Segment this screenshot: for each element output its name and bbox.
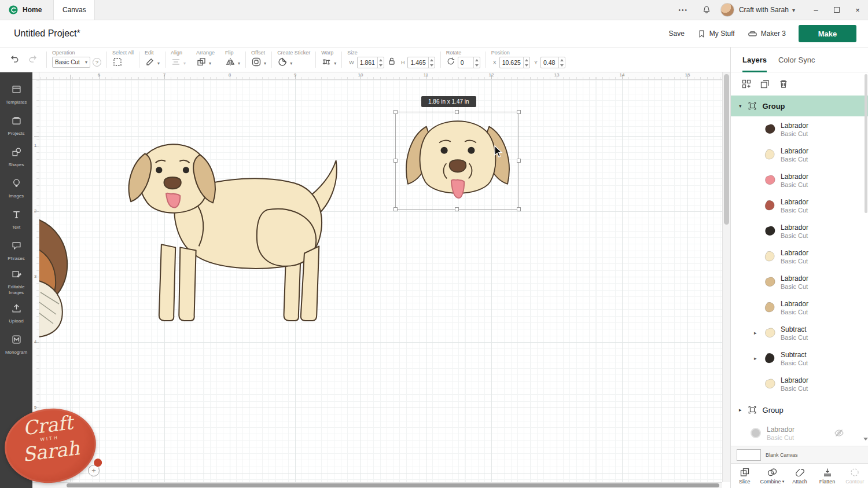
combine-button[interactable]: Combine▾: [759, 464, 786, 488]
resize-handle-w[interactable]: [393, 159, 398, 163]
layer-row-labrador[interactable]: Labrador Basic Cut: [731, 371, 868, 397]
x-position-field[interactable]: 10.625: [499, 57, 530, 68]
canvas-tab[interactable]: Canvas: [53, 0, 95, 20]
height-stepper[interactable]: [428, 57, 435, 68]
resize-handle-nw[interactable]: [393, 110, 398, 114]
offset-button[interactable]: [251, 57, 262, 69]
tab-color-sync[interactable]: Color Sync: [778, 47, 815, 72]
resize-handle-ne[interactable]: [517, 110, 521, 114]
operation-select[interactable]: Basic Cut ▾: [52, 57, 90, 68]
sidebar-item-editable-images[interactable]: Editable Images: [0, 266, 32, 298]
sidebar-item-projects[interactable]: Projects: [0, 110, 32, 141]
sidebar-item-templates[interactable]: Templates: [0, 79, 32, 110]
account-avatar[interactable]: [720, 3, 734, 17]
size-lock-icon[interactable]: [388, 57, 396, 68]
resize-handle-sw[interactable]: [393, 207, 398, 211]
save-button[interactable]: Save: [668, 30, 684, 38]
notifications-bell-icon[interactable]: [696, 5, 717, 14]
layer-row-labrador[interactable]: Labrador Basic Cut: [731, 269, 868, 295]
window-close-button[interactable]: ×: [847, 0, 868, 20]
rotate-stepper[interactable]: [473, 57, 480, 68]
home-tab[interactable]: Home: [0, 0, 53, 20]
chevron-right-icon[interactable]: ▸: [754, 330, 757, 336]
canvas-horizontal-scrollbar[interactable]: [32, 482, 722, 488]
edit-pencil-button[interactable]: [145, 57, 155, 69]
attach-button[interactable]: Attach: [786, 464, 814, 488]
delete-icon[interactable]: [778, 79, 789, 89]
panel-scroll-thumb[interactable]: [865, 74, 867, 213]
sidebar-item-phrases[interactable]: Phrases: [0, 235, 32, 266]
my-stuff-button[interactable]: My Stuff: [697, 30, 735, 38]
sidebar-item-upload[interactable]: Upload: [0, 298, 32, 329]
sidebar-item-text[interactable]: Text: [0, 204, 32, 235]
resize-handle-s[interactable]: [455, 207, 459, 211]
partial-artwork[interactable]: [39, 211, 78, 344]
resize-handle-e[interactable]: [517, 159, 521, 163]
redo-button[interactable]: [28, 54, 38, 65]
height-field[interactable]: 1.465: [407, 57, 435, 68]
width-field[interactable]: 1.861: [357, 57, 384, 68]
chevron-right-icon[interactable]: ▸: [739, 407, 742, 413]
operation-help-button[interactable]: ?: [93, 58, 101, 67]
align-button[interactable]: [171, 57, 181, 69]
window-maximize-button[interactable]: [826, 0, 847, 20]
sidebar-item-monogram[interactable]: Monogram: [0, 329, 32, 360]
visibility-off-icon[interactable]: [834, 428, 844, 438]
width-stepper[interactable]: [377, 57, 384, 68]
horizontal-scroll-thumb[interactable]: [67, 483, 719, 487]
layer-row-labrador[interactable]: Labrador Basic Cut: [731, 116, 868, 142]
chevron-down-icon[interactable]: ▾: [209, 61, 211, 66]
panel-scroll-down-arrow[interactable]: [863, 438, 868, 441]
x-stepper[interactable]: [523, 57, 529, 68]
layer-group-header[interactable]: ▾ Group: [731, 96, 868, 116]
tab-layers[interactable]: Layers: [742, 47, 767, 72]
rotate-icon[interactable]: [446, 57, 455, 68]
chevron-down-icon[interactable]: ▾: [792, 7, 795, 13]
layer-row-labrador[interactable]: Labrador Basic Cut: [731, 193, 868, 218]
layer-row-subtract[interactable]: ▸ Subtract Basic Cut: [731, 346, 868, 371]
layer-row-subtract[interactable]: ▸ Subtract Basic Cut: [731, 320, 868, 346]
chevron-down-icon[interactable]: ▾: [183, 61, 186, 66]
warp-button[interactable]: [321, 57, 332, 69]
rotate-field[interactable]: 0: [458, 57, 480, 68]
flip-button[interactable]: [225, 57, 236, 69]
sidebar-item-shapes[interactable]: Shapes: [0, 141, 32, 173]
chevron-down-icon[interactable]: ▾: [238, 61, 240, 66]
chevron-down-icon[interactable]: ▾: [157, 61, 160, 66]
y-stepper[interactable]: [558, 57, 565, 68]
chevron-down-icon[interactable]: ▾: [334, 61, 336, 66]
chevron-down-icon[interactable]: ▾: [739, 103, 742, 109]
make-button[interactable]: Make: [799, 25, 856, 42]
select-all-button[interactable]: [112, 57, 123, 69]
window-minimize-button[interactable]: –: [806, 0, 826, 20]
undo-button[interactable]: [9, 54, 20, 65]
create-sticker-button[interactable]: [277, 57, 288, 69]
account-name[interactable]: Craft with Sarah: [739, 6, 789, 14]
slice-button[interactable]: Slice: [731, 464, 759, 488]
sync-layers-icon[interactable]: [741, 79, 752, 89]
chevron-down-icon[interactable]: ▾: [290, 61, 292, 66]
layer-row-labrador[interactable]: Labrador Basic Cut: [731, 244, 868, 269]
canvas-vertical-scrollbar[interactable]: [722, 72, 730, 482]
canvas-area[interactable]: 6789101112131415 123456: [32, 72, 730, 488]
resize-handle-n[interactable]: [455, 110, 459, 114]
layer-row-labrador[interactable]: Labrador Basic Cut: [731, 218, 868, 244]
more-menu-button[interactable]: •••: [670, 7, 696, 13]
y-position-field[interactable]: 0.48: [540, 57, 565, 68]
arrange-button[interactable]: [196, 57, 207, 69]
flatten-button[interactable]: Flatten: [814, 464, 841, 488]
selected-object-labrador-head[interactable]: [395, 112, 519, 210]
labrador-body-artwork[interactable]: [119, 129, 354, 333]
vertical-scroll-thumb[interactable]: [724, 74, 729, 225]
chevron-down-icon[interactable]: ▾: [264, 61, 266, 66]
collapsed-group-row[interactable]: ▸ Group: [731, 401, 868, 419]
chevron-right-icon[interactable]: ▸: [754, 355, 757, 361]
duplicate-icon[interactable]: [760, 79, 770, 89]
layer-row-labrador[interactable]: Labrador Basic Cut: [731, 167, 868, 193]
hidden-layer-row[interactable]: Labrador Basic Cut: [731, 420, 868, 446]
layer-row-labrador[interactable]: Labrador Basic Cut: [731, 142, 868, 167]
layer-row-labrador[interactable]: Labrador Basic Cut: [731, 295, 868, 320]
sidebar-item-images[interactable]: Images: [0, 173, 32, 204]
machine-select-button[interactable]: Maker 3: [748, 30, 786, 38]
resize-handle-se[interactable]: [517, 207, 521, 211]
